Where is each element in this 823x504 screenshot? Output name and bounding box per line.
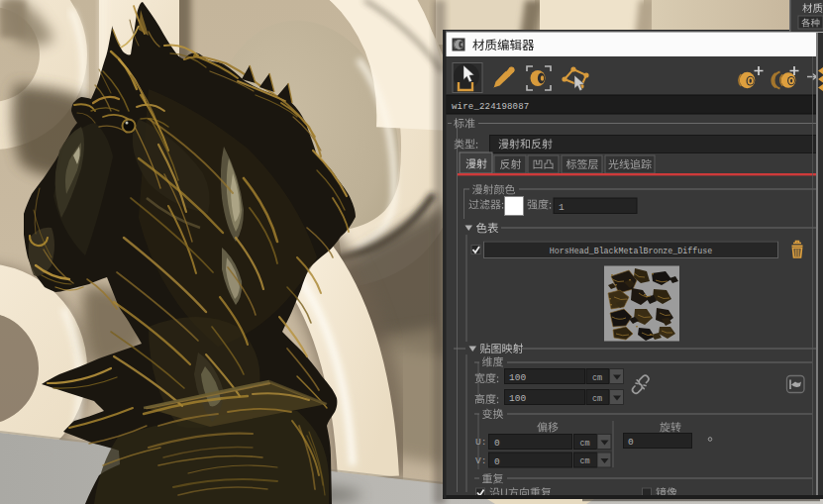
svg-text:0: 0: [494, 438, 500, 449]
svg-text:HorsHead_BlackMetalBronze_Diff: HorsHead_BlackMetalBronze_Diffuse: [550, 247, 712, 255]
svg-text:100: 100: [509, 393, 526, 404]
svg-text:V:: V:: [475, 455, 486, 466]
svg-text:cm: cm: [592, 373, 602, 383]
svg-text:cm: cm: [580, 439, 590, 449]
svg-text:cm: cm: [580, 456, 590, 466]
svg-text:cm: cm: [592, 394, 602, 404]
svg-text:U:: U:: [475, 437, 486, 448]
svg-text:100: 100: [509, 372, 526, 383]
svg-text:0: 0: [628, 437, 634, 448]
svg-text:1: 1: [559, 202, 565, 213]
svg-text:wire_224198087: wire_224198087: [452, 102, 529, 112]
svg-text:0: 0: [494, 456, 500, 467]
